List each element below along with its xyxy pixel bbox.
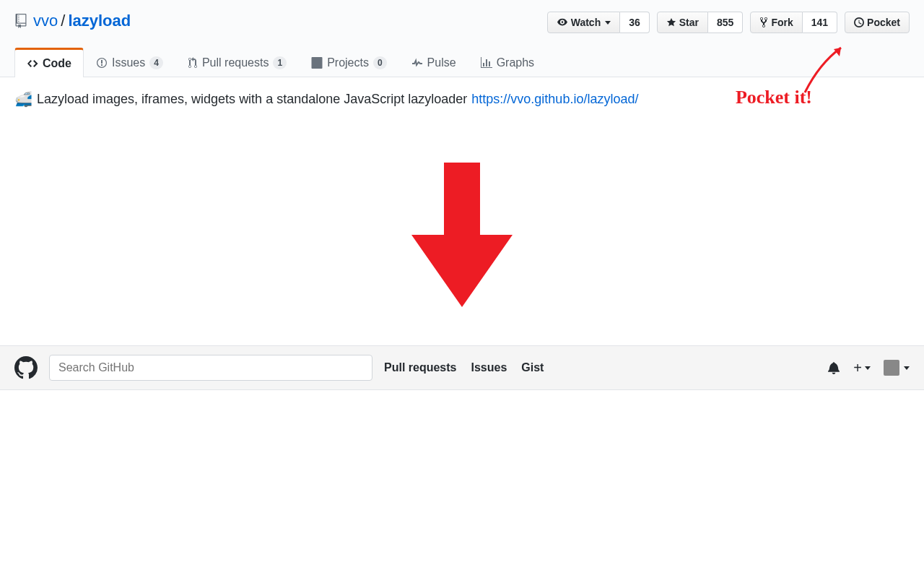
fork-count[interactable]: 141 xyxy=(803,12,837,33)
nav-gist[interactable]: Gist xyxy=(521,361,544,374)
repo-nav: Code Issues 4 Pull requests 1 Projects 0… xyxy=(14,48,910,77)
tab-graphs[interactable]: Graphs xyxy=(468,48,546,77)
header-nav: Pull requests Issues Gist xyxy=(384,361,544,374)
plus-menu[interactable]: + xyxy=(853,360,871,376)
big-down-arrow-icon xyxy=(411,163,513,307)
pocket-label: Pocket xyxy=(867,17,900,28)
repo-url-link[interactable]: https://vvo.github.io/lazyload/ xyxy=(471,92,638,107)
star-button[interactable]: Star xyxy=(657,12,708,33)
tab-issues[interactable]: Issues 4 xyxy=(84,48,175,77)
bell-icon[interactable] xyxy=(827,361,840,374)
fork-group: Fork 141 xyxy=(750,12,837,33)
header-right: + xyxy=(827,360,910,376)
repo-actions: Watch 36 Star 855 Fork 141 xyxy=(547,12,910,33)
repo-header-area: vvo / lazyload Watch 36 Star 855 xyxy=(0,0,924,77)
issue-icon xyxy=(96,57,108,69)
caret-down-icon xyxy=(605,21,611,25)
graph-icon xyxy=(481,57,492,69)
avatar-menu[interactable] xyxy=(884,360,910,376)
repo-icon xyxy=(14,14,27,28)
watch-count[interactable]: 36 xyxy=(620,12,650,33)
repo-title: vvo / lazyload xyxy=(14,12,131,30)
project-icon xyxy=(311,57,323,69)
pulls-counter: 1 xyxy=(273,56,287,69)
fork-label: Fork xyxy=(771,17,793,28)
code-icon xyxy=(27,58,38,69)
caret-down-icon xyxy=(904,366,910,370)
watch-group: Watch 36 xyxy=(547,12,650,33)
tab-pulse[interactable]: Pulse xyxy=(399,48,468,77)
caret-down-icon xyxy=(865,366,871,370)
repo-head: vvo / lazyload Watch 36 Star 855 xyxy=(14,12,910,33)
repo-desc-text: Lazyload images, iframes, widgets with a… xyxy=(37,92,467,107)
watch-button[interactable]: Watch xyxy=(547,12,620,33)
repo-emoji: 🚅 xyxy=(14,90,32,108)
star-group: Star 855 xyxy=(657,12,744,33)
tab-projects[interactable]: Projects 0 xyxy=(299,48,398,77)
nav-pulls[interactable]: Pull requests xyxy=(384,361,456,374)
nav-issues[interactable]: Issues xyxy=(471,361,507,374)
pocket-icon xyxy=(854,17,864,27)
pocket-button[interactable]: Pocket xyxy=(845,12,910,33)
watch-label: Watch xyxy=(571,17,601,28)
search-box xyxy=(49,355,372,381)
fork-icon xyxy=(759,17,768,28)
pulse-icon xyxy=(411,57,423,69)
tab-projects-label: Projects xyxy=(327,56,369,69)
pr-icon xyxy=(188,57,198,69)
global-header: Pull requests Issues Gist + xyxy=(0,345,924,390)
star-icon xyxy=(666,17,676,27)
tab-pulls[interactable]: Pull requests 1 xyxy=(175,48,299,77)
github-logo-icon[interactable] xyxy=(14,356,38,379)
fork-button[interactable]: Fork xyxy=(750,12,802,33)
projects-counter: 0 xyxy=(373,56,387,69)
tab-graphs-label: Graphs xyxy=(497,56,534,69)
repo-sep: / xyxy=(61,12,65,30)
tab-code-label: Code xyxy=(43,57,71,70)
avatar-icon xyxy=(884,360,899,376)
arrow-curve-icon xyxy=(798,42,855,100)
repo-name-link[interactable]: lazyload xyxy=(68,12,131,30)
star-count[interactable]: 855 xyxy=(708,12,743,33)
tab-code[interactable]: Code xyxy=(14,48,84,77)
repo-owner-link[interactable]: vvo xyxy=(33,12,58,30)
tab-issues-label: Issues xyxy=(112,56,145,69)
tab-pulse-label: Pulse xyxy=(427,56,456,69)
star-label: Star xyxy=(679,17,699,28)
dashboard-area: Pull requests Issues Gist + egoist dublx… xyxy=(0,345,924,390)
tab-pulls-label: Pull requests xyxy=(202,56,269,69)
eye-icon xyxy=(557,17,568,27)
issues-counter: 4 xyxy=(149,56,163,69)
search-input[interactable] xyxy=(49,355,372,381)
